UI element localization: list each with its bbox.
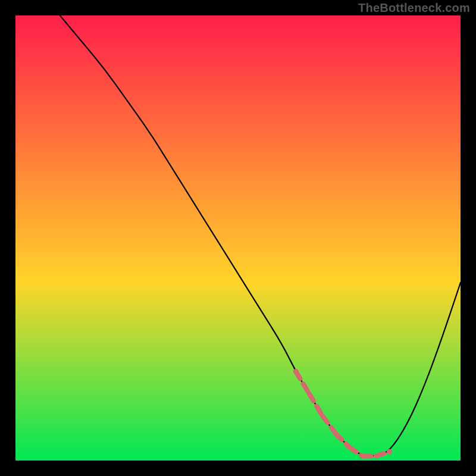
highlight-endpoint — [387, 449, 392, 455]
chart-canvas — [15, 15, 461, 461]
chart-frame: TheBottleneck.com — [0, 0, 476, 476]
highlight-endpoint — [293, 369, 299, 374]
watermark-text: TheBottleneck.com — [358, 1, 470, 15]
gradient-background — [15, 15, 461, 461]
